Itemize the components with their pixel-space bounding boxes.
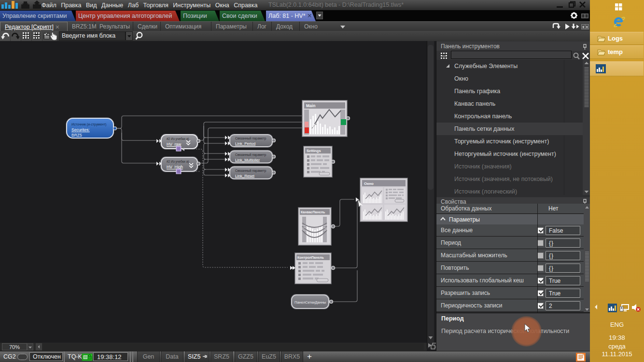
svg-text:Окно: Окно — [364, 181, 374, 186]
svg-text:Связанный параметр: Связанный параметр — [235, 153, 266, 157]
svg-text:Link_Period: Link_Period — [235, 141, 255, 146]
svg-text:Main: Main — [306, 103, 315, 108]
svg-text:Link_Reset: Link_Reset — [235, 174, 255, 178]
svg-text:ПанелСеткиДанны: ПанелСеткиДанны — [294, 300, 326, 305]
svg-text:Связанный параметр: Связанный параметр — [235, 137, 266, 140]
svg-text:Securites:: Securites: — [71, 127, 90, 132]
svg-text:BRZ5: BRZ5 — [71, 133, 82, 138]
svg-text:Settings: Settings — [307, 149, 321, 153]
svg-text:КонтролПанель: КонтролПанель — [297, 256, 324, 260]
svg-text:Связанный параметр: Связанный параметр — [235, 169, 266, 173]
svg-text:#2 Из учебки а): #2 Из учебки а) — [167, 160, 189, 164]
svg-text:Link_Multiplier: Link_Multiplier — [235, 158, 260, 162]
svg-text:Источник (и-струмент): Источник (и-струмент) — [71, 123, 106, 126]
svg-text:#2 Из учебки а): #2 Из учебки а) — [167, 137, 189, 141]
svg-text:КанвасПанель: КанвасПанель — [301, 210, 325, 214]
